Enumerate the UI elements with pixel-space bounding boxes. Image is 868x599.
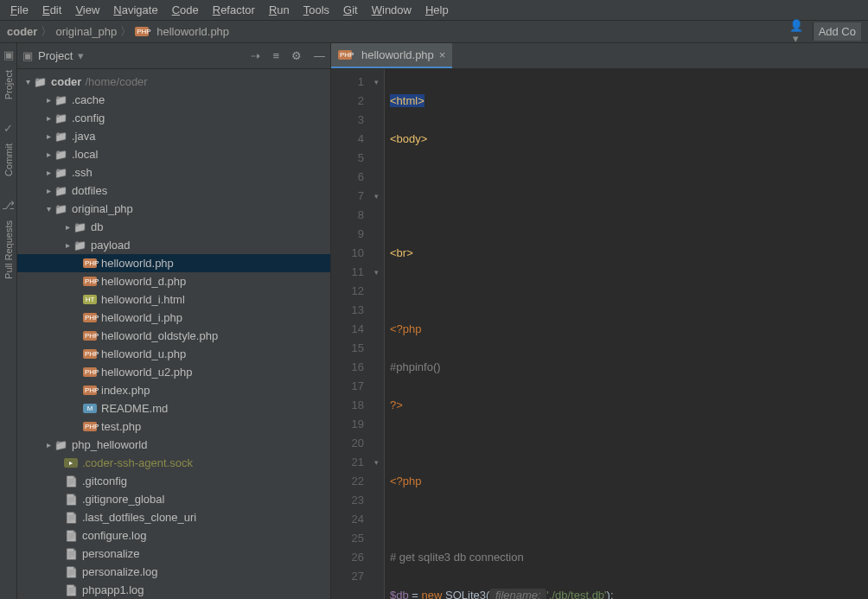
tree-file[interactable]: test.php xyxy=(17,417,330,436)
breadcrumb-file[interactable]: helloworld.php xyxy=(156,25,229,38)
php-file-icon xyxy=(83,386,97,395)
tree-file[interactable]: personalize.log xyxy=(17,563,330,581)
folder-label: .cache xyxy=(72,93,105,106)
tree-file[interactable]: README.md xyxy=(17,399,330,417)
tree-folder[interactable]: ▸ .java xyxy=(17,127,330,145)
settings-gear-icon[interactable]: ⚙ xyxy=(291,49,302,62)
editor-tab-active[interactable]: helloworld.php × xyxy=(331,43,452,68)
tree-folder[interactable]: ▸ .config xyxy=(17,109,330,127)
sidebar-header: ▣ Project ▾ ⇢ ≡ ⚙ — xyxy=(17,43,330,69)
menu-help[interactable]: Help xyxy=(418,2,456,18)
code-token: ?> xyxy=(390,398,403,411)
line-number-gutter: 1234567891011121314151617181920212223242… xyxy=(331,69,373,599)
project-tool-icon[interactable]: ▣ xyxy=(3,43,14,61)
tree-file[interactable]: phpapp1.log xyxy=(17,581,330,599)
chevron-right-icon[interactable]: ▸ xyxy=(43,168,54,177)
text-file-icon xyxy=(64,584,78,596)
add-config-button[interactable]: Add Co xyxy=(813,22,861,41)
fold-icon[interactable]: ▾ xyxy=(374,263,379,282)
tree-folder[interactable]: ▸ dotfiles xyxy=(17,182,330,200)
tree-root-label: coder xyxy=(51,75,81,88)
code-token: <?php xyxy=(390,475,422,487)
tree-file[interactable]: .last_dotfiles_clone_uri xyxy=(17,508,330,526)
chevron-right-icon[interactable]: ▸ xyxy=(43,150,54,159)
code-token: #phpinfo() xyxy=(390,360,441,373)
sidebar-title[interactable]: Project xyxy=(38,49,73,62)
line-number: 20 xyxy=(331,434,364,453)
menu-window[interactable]: Window xyxy=(365,2,418,18)
menu-code[interactable]: Code xyxy=(165,2,206,18)
project-tree[interactable]: ▾ coder /home/coder ▸ .cache ▸ .config ▸… xyxy=(17,69,330,599)
socket-file-icon xyxy=(64,458,78,468)
code-editor[interactable]: 1234567891011121314151617181920212223242… xyxy=(331,69,868,599)
php-file-icon xyxy=(83,258,97,268)
tree-file[interactable]: personalize xyxy=(17,545,330,563)
folder-label: payload xyxy=(91,239,131,252)
file-label: helloworld_d.php xyxy=(101,275,186,288)
hide-icon[interactable]: — xyxy=(314,49,325,62)
tree-file[interactable]: helloworld_oldstyle.php xyxy=(17,327,330,345)
chevron-right-icon[interactable]: ▸ xyxy=(43,186,54,195)
tree-folder[interactable]: ▸ payload xyxy=(17,236,330,254)
menu-refactor[interactable]: Refactor xyxy=(206,2,262,18)
tree-file[interactable]: helloworld_u.php xyxy=(17,345,330,363)
close-icon[interactable]: × xyxy=(439,48,446,61)
user-icon[interactable]: 👤▾ xyxy=(787,19,806,45)
chevron-right-icon[interactable]: ▸ xyxy=(43,131,54,141)
folder-label: dotfiles xyxy=(72,184,107,197)
menu-navigate[interactable]: Navigate xyxy=(106,2,164,18)
folder-label: php_helloworld xyxy=(72,438,147,451)
pr-tool-label[interactable]: Pull Requests xyxy=(2,212,16,288)
file-label: helloworld_u.php xyxy=(101,347,186,360)
tree-file[interactable]: .gitconfig xyxy=(17,472,330,490)
select-opened-file-icon[interactable]: ⇢ xyxy=(251,49,260,62)
tree-folder[interactable]: ▸ .ssh xyxy=(17,163,330,182)
project-tool-label[interactable]: Project xyxy=(2,61,16,108)
chevron-right-icon[interactable]: ▸ xyxy=(43,440,54,449)
project-view-icon[interactable]: ▣ xyxy=(22,49,33,62)
code-body[interactable]: <html> <body> <br> <?php #phpinfo() ?> <… xyxy=(385,69,868,599)
menu-edit[interactable]: Edit xyxy=(35,2,68,18)
tree-root[interactable]: ▾ coder /home/coder xyxy=(17,73,330,91)
menu-view[interactable]: View xyxy=(68,2,106,18)
tree-file[interactable]: helloworld_u2.php xyxy=(17,363,330,381)
tree-folder[interactable]: ▸ db xyxy=(17,218,330,236)
menu-file[interactable]: File xyxy=(3,2,35,18)
breadcrumb-root[interactable]: coder xyxy=(7,25,37,38)
tree-folder-original-php[interactable]: ▾ original_php xyxy=(17,200,330,218)
fold-icon[interactable]: ▾ xyxy=(374,73,379,92)
chevron-right-icon[interactable]: ▸ xyxy=(43,95,54,105)
tree-file-socket[interactable]: .coder-ssh-agent.sock xyxy=(17,454,330,472)
tree-folder[interactable]: ▸ .local xyxy=(17,145,330,163)
expand-all-icon[interactable]: ≡ xyxy=(272,49,279,62)
view-mode-dropdown-icon[interactable]: ▾ xyxy=(78,49,84,62)
menu-git[interactable]: Git xyxy=(336,2,365,18)
fold-icon[interactable]: ▾ xyxy=(374,187,379,206)
commit-tool-icon[interactable]: ✓ xyxy=(3,117,13,135)
pr-tool-icon[interactable]: ⎇ xyxy=(2,194,15,212)
fold-column[interactable]: ▾ ▾ ▾ ▾ xyxy=(373,69,385,599)
tree-file[interactable]: helloworld_i.html xyxy=(17,290,330,309)
chevron-right-icon[interactable]: ▸ xyxy=(62,240,73,250)
editor-panel: helloworld.php × 12345678910111213141516… xyxy=(331,43,868,599)
menu-run[interactable]: Run xyxy=(262,2,297,18)
folder-label: .config xyxy=(72,112,105,124)
tree-file[interactable]: index.php xyxy=(17,381,330,399)
chevron-right-icon[interactable]: ▸ xyxy=(43,113,54,123)
tree-file[interactable]: helloworld_d.php xyxy=(17,272,330,290)
tree-file[interactable]: helloworld_i.php xyxy=(17,309,330,327)
breadcrumb-folder[interactable]: original_php xyxy=(55,25,117,38)
tree-file[interactable]: .gitignore_global xyxy=(17,490,330,508)
chevron-right-icon: 〉 xyxy=(120,24,131,40)
chevron-down-icon[interactable]: ▾ xyxy=(43,204,54,213)
chevron-down-icon[interactable]: ▾ xyxy=(22,77,33,86)
fold-icon[interactable]: ▾ xyxy=(374,453,379,472)
commit-tool-label[interactable]: Commit xyxy=(2,135,16,185)
tree-folder[interactable]: ▸ .cache xyxy=(17,91,330,109)
folder-icon xyxy=(54,439,67,451)
tree-file[interactable]: helloworld.php xyxy=(17,254,330,272)
menu-tools[interactable]: Tools xyxy=(297,2,336,18)
tree-file[interactable]: configure.log xyxy=(17,526,330,545)
tree-folder-php-helloworld[interactable]: ▸ php_helloworld xyxy=(17,436,330,454)
chevron-right-icon[interactable]: ▸ xyxy=(62,222,73,232)
